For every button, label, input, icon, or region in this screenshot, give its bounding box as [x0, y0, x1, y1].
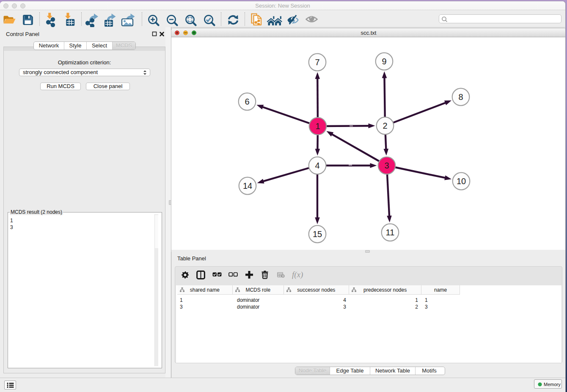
svg-text:4: 4	[315, 161, 319, 170]
svg-text:3: 3	[384, 161, 389, 170]
svg-text:6: 6	[245, 97, 249, 106]
svg-text:1: 1	[315, 121, 320, 131]
svg-text:9: 9	[382, 57, 386, 66]
svg-text:10: 10	[457, 177, 466, 186]
svg-text:7: 7	[315, 58, 319, 67]
svg-text:2: 2	[383, 121, 387, 130]
svg-text:11: 11	[386, 228, 395, 237]
svg-text:15: 15	[313, 229, 322, 239]
svg-text:8: 8	[458, 92, 463, 102]
svg-text:14: 14	[243, 181, 252, 190]
